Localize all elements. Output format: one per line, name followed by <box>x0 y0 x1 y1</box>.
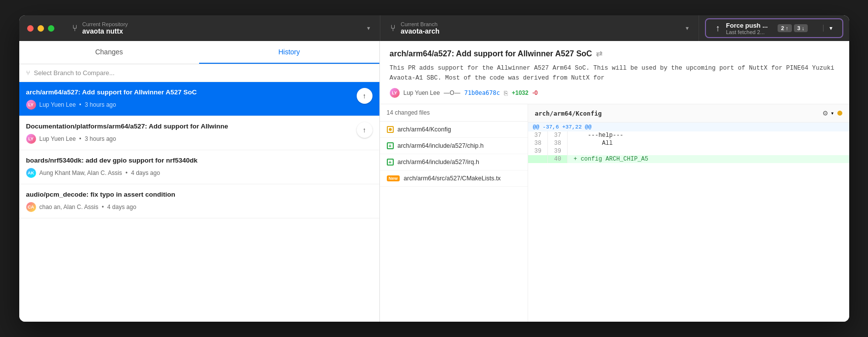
file-modified-icon <box>387 126 394 133</box>
diff-removed-count: -0 <box>533 89 538 96</box>
commit-item[interactable]: boards/nrf5340dk: add dev gpio support f… <box>19 150 379 184</box>
line-num-left: 37 <box>528 131 548 139</box>
commit-dot: • <box>79 101 81 108</box>
close-button[interactable] <box>27 25 34 32</box>
tab-changes[interactable]: Changes <box>19 41 200 64</box>
file-list-header: 14 changed files <box>380 104 528 122</box>
main-content: Changes History ⑂ Select Branch to Compa… <box>19 41 849 322</box>
line-num-left: 38 <box>528 139 548 147</box>
branch-compare-icon: ⑂ <box>26 69 30 77</box>
diff-settings-button[interactable]: ⚙ <box>823 108 828 118</box>
commit-author: Aung Khant Maw, Alan C. Assis <box>40 169 122 176</box>
push-info: Force push ... Last fetched 2... <box>726 22 768 35</box>
commit-time: 3 hours ago <box>85 135 116 142</box>
line-num-right: 38 <box>548 139 568 147</box>
commit-title: audio/pcm_decode: fix typo in assert con… <box>26 190 372 200</box>
hash-value: 71b0ea678c <box>464 89 500 96</box>
hash-separator: —O— <box>444 89 460 96</box>
commit-author: Lup Yuen Lee <box>40 101 76 108</box>
diff-table: @@ -37,6 +37,22 @@ 37 37 ---help--- 38 3… <box>528 123 849 163</box>
push-arrow-icon: ↑ <box>363 92 366 100</box>
copy-hash-button[interactable]: ⎘ <box>504 89 508 97</box>
line-content: + config ARCH_CHIP_A5 <box>568 155 849 163</box>
line-num-right: 40 <box>548 155 568 163</box>
titlebar: ⑂ Current Repository avaota nuttx ▾ ⑂ Cu… <box>19 15 849 41</box>
commit-detail-title-text: arch/arm64/a527: Add support for Allwinn… <box>390 49 592 58</box>
diff-area: 14 changed files arch/arm64/Kconfig + ar… <box>380 104 849 322</box>
branch-section[interactable]: ⑂ Current Branch avaota-arch ▾ <box>380 15 699 41</box>
commit-detail-title: arch/arm64/a527: Add support for Allwinn… <box>390 49 839 58</box>
diff-added-count: +1032 <box>512 89 529 96</box>
author-name: Lup Yuen Lee <box>404 89 440 96</box>
repo-name: avaota nuttx <box>83 27 128 35</box>
author-avatar: LY <box>390 88 400 98</box>
file-list-item[interactable]: New arch/arm64/src/a527/CMakeLists.tx <box>380 170 528 187</box>
commit-meta: AK Aung Khant Maw, Alan C. Assis • 4 day… <box>26 168 372 178</box>
diff-line: 37 37 ---help--- <box>528 131 849 139</box>
push-up-badge: 2 ↑ <box>778 24 792 32</box>
commit-main: Documentation/platforms/arm64/a527: Add … <box>26 122 352 144</box>
push-commit-button[interactable]: ↑ <box>357 88 372 104</box>
left-panel: Changes History ⑂ Select Branch to Compa… <box>19 41 380 322</box>
fullscreen-button[interactable] <box>48 25 54 32</box>
minimize-button[interactable] <box>38 25 44 32</box>
commit-time: 3 hours ago <box>85 101 116 108</box>
commit-hash: 71b0ea678c <box>464 89 500 96</box>
commit-description: This PR adds support for the Allwinner A… <box>390 63 839 83</box>
line-num-left <box>528 155 548 163</box>
push-commit-button[interactable]: ↑ <box>357 122 372 138</box>
commit-dot: • <box>79 135 81 142</box>
commit-list: arch/arm64/a527: Add support for Allwinn… <box>19 82 379 322</box>
branch-name: avaota-arch <box>401 27 440 35</box>
right-panel: arch/arm64/a527: Add support for Allwinn… <box>380 41 849 322</box>
commit-item[interactable]: arch/arm64/a527: Add support for Allwinn… <box>19 82 379 116</box>
branch-compare-placeholder: Select Branch to Compare... <box>34 69 115 77</box>
repo-icon: ⑂ <box>72 23 78 34</box>
main-window: ⑂ Current Repository avaota nuttx ▾ ⑂ Cu… <box>19 15 849 322</box>
file-list-item[interactable]: arch/arm64/Kconfig <box>380 122 528 138</box>
line-content <box>568 147 849 155</box>
file-name: arch/arm64/include/a527/chip.h <box>398 142 521 149</box>
branch-icon: ⑂ <box>390 23 396 34</box>
hunk-header-text: @@ -37,6 +37,22 @@ <box>528 123 849 131</box>
repo-dropdown-arrow: ▾ <box>367 25 370 32</box>
repo-section[interactable]: ⑂ Current Repository avaota nuttx ▾ <box>62 15 381 41</box>
commit-title: boards/nrf5340dk: add dev gpio support f… <box>26 156 372 166</box>
push-icon: ↑ <box>716 23 720 34</box>
commit-item[interactable]: Documentation/platforms/arm64/a527: Add … <box>19 116 379 150</box>
file-list-item[interactable]: + arch/arm64/include/a527/chip.h <box>380 138 528 154</box>
tab-history[interactable]: History <box>199 41 379 64</box>
branch-compare-selector[interactable]: ⑂ Select Branch to Compare... <box>19 64 379 82</box>
move-icon: ⇄ <box>596 49 602 58</box>
file-added-icon: + <box>387 159 394 166</box>
commit-author: chao an, Alan C. Assis <box>40 204 98 211</box>
push-section[interactable]: ↑ Force push ... Last fetched 2... 2 ↑ 3… <box>705 18 843 38</box>
commit-main: boards/nrf5340dk: add dev gpio support f… <box>26 156 372 178</box>
dropdown-arrow-icon[interactable]: ▾ <box>830 110 834 117</box>
changed-files-count: 14 changed files <box>387 109 430 116</box>
commit-time: 4 days ago <box>131 169 160 176</box>
line-content: ---help--- <box>568 131 849 139</box>
diff-status-dot <box>837 111 842 116</box>
push-arrow-icon: ↑ <box>363 126 366 134</box>
file-list-item[interactable]: + arch/arm64/include/a527/irq.h <box>380 154 528 170</box>
avatar: CA <box>26 202 36 212</box>
diff-viewer[interactable]: arch/arm64/Kconfig ⚙ ▾ @@ -37,6 +37,22 @… <box>528 104 849 322</box>
branch-info: Current Branch avaota-arch <box>401 21 440 35</box>
repo-label: Current Repository <box>83 21 128 27</box>
titlebar-sections: ⑂ Current Repository avaota nuttx ▾ ⑂ Cu… <box>62 15 849 41</box>
commit-main: arch/arm64/a527: Add support for Allwinn… <box>26 88 352 110</box>
line-content: All <box>568 139 849 147</box>
push-dropdown-arrow[interactable]: ▾ <box>823 25 832 32</box>
commit-meta: LY Lup Yuen Lee • 3 hours ago <box>26 134 352 144</box>
file-list: 14 changed files arch/arm64/Kconfig + ar… <box>380 104 528 322</box>
diff-line: 38 38 All <box>528 139 849 147</box>
commit-item[interactable]: audio/pcm_decode: fix typo in assert con… <box>19 184 379 218</box>
push-title: Force push ... <box>726 22 768 29</box>
branch-label: Current Branch <box>401 21 440 27</box>
window-controls <box>19 25 62 32</box>
line-num-left: 39 <box>528 147 548 155</box>
avatar: LY <box>26 134 36 144</box>
commit-author: Lup Yuen Lee <box>40 135 76 142</box>
commit-author-line: LY Lup Yuen Lee —O— 71b0ea678c ⎘ +1032 -… <box>390 88 839 98</box>
